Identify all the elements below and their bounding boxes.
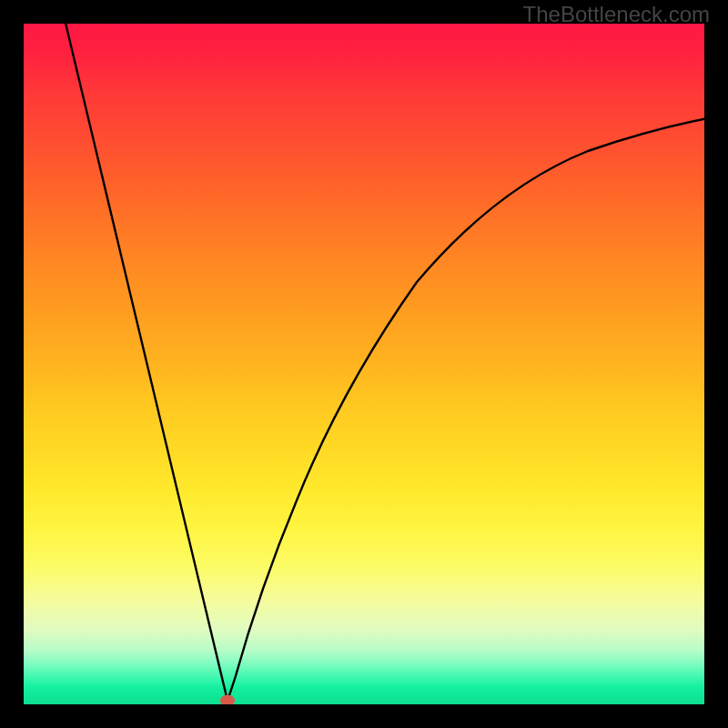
bottleneck-curve — [24, 24, 704, 704]
watermark-text: TheBottleneck.com — [523, 2, 710, 27]
chart-plot-area — [24, 24, 704, 704]
curve-left-branch — [65, 24, 228, 701]
minimum-marker — [220, 694, 235, 704]
curve-right-branch — [228, 118, 704, 701]
